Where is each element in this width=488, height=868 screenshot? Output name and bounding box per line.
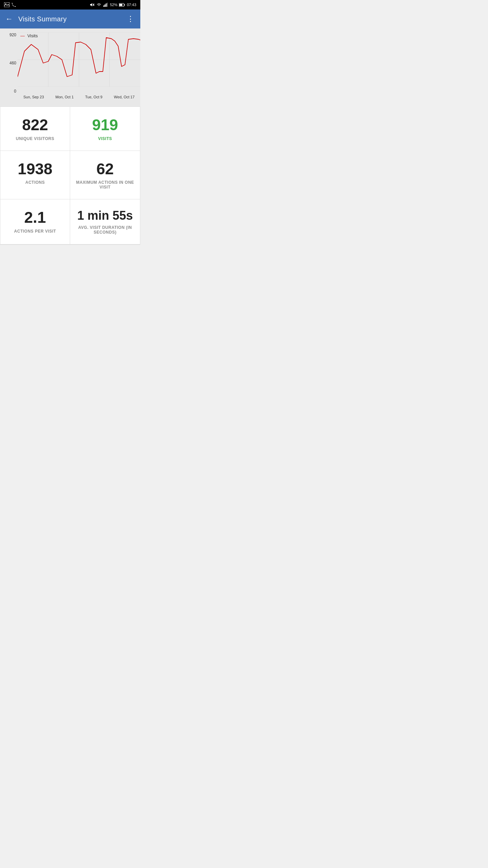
status-right-icons: 52% 07:43 <box>90 2 136 7</box>
max-actions-label: MAXIMUM ACTIONS IN ONE VISIT <box>76 180 135 190</box>
svg-rect-5 <box>105 4 106 7</box>
battery-icon <box>119 3 125 7</box>
stat-max-actions: 62 MAXIMUM ACTIONS IN ONE VISIT <box>70 151 140 200</box>
stat-unique-visitors: 822 UNIQUE VISITORS <box>0 107 70 151</box>
app-bar-title: Visits Summary <box>18 15 127 23</box>
chart-container: 920 460 0 — Visits Sun, Sep 2 <box>0 28 140 106</box>
app-bar: ← Visits Summary ⋮ <box>0 9 140 28</box>
svg-rect-7 <box>107 3 108 7</box>
line-chart-svg <box>18 33 140 87</box>
chart-x-labels: Sun, Sep 23 Mon, Oct 1 Tue, Oct 9 Wed, O… <box>0 94 140 102</box>
unique-visitors-value: 822 <box>6 116 64 134</box>
wifi-icon <box>96 3 102 7</box>
svg-rect-9 <box>119 4 122 6</box>
mute-icon <box>90 2 95 7</box>
more-button[interactable]: ⋮ <box>127 15 135 23</box>
stats-grid: 822 UNIQUE VISITORS 919 VISITS 1938 ACTI… <box>0 106 140 245</box>
x-label-oct1: Mon, Oct 1 <box>55 95 74 99</box>
max-actions-value: 62 <box>76 160 135 178</box>
status-left-icons <box>4 2 16 7</box>
x-label-oct17: Wed, Oct 17 <box>114 95 135 99</box>
avg-duration-label: AVG. VISIT DURATION (IN SECONDS) <box>76 225 135 235</box>
visits-label: VISITS <box>76 136 135 141</box>
stat-actions: 1938 ACTIONS <box>0 151 70 200</box>
svg-rect-4 <box>103 5 104 7</box>
y-label-920: 920 <box>1 33 16 37</box>
avg-duration-value: 1 min 55s <box>76 209 135 222</box>
stat-visits: 919 VISITS <box>70 107 140 151</box>
actions-per-visit-label: ACTIONS PER VISIT <box>6 229 64 234</box>
visits-value: 919 <box>76 116 135 134</box>
stat-avg-duration: 1 min 55s AVG. VISIT DURATION (IN SECOND… <box>70 199 140 244</box>
y-label-460: 460 <box>1 61 16 65</box>
stat-actions-per-visit: 2.1 ACTIONS PER VISIT <box>0 199 70 244</box>
actions-label: ACTIONS <box>6 180 64 185</box>
back-button[interactable]: ← <box>5 15 13 23</box>
x-label-sep23: Sun, Sep 23 <box>23 95 44 99</box>
x-label-oct9: Tue, Oct 9 <box>85 95 102 99</box>
image-icon <box>4 2 9 7</box>
actions-value: 1938 <box>6 160 64 178</box>
svg-rect-6 <box>106 3 107 7</box>
chart-inner: 920 460 0 — Visits <box>0 33 140 94</box>
battery-percent: 52% <box>110 3 117 7</box>
actions-per-visit-value: 2.1 <box>6 209 64 226</box>
signal-icon <box>103 3 108 7</box>
chart-y-labels: 920 460 0 <box>0 33 18 94</box>
chart-svg <box>18 33 140 87</box>
phone-icon <box>12 2 16 7</box>
svg-rect-10 <box>124 4 125 5</box>
y-label-0: 0 <box>1 89 16 94</box>
status-bar: 52% 07:43 <box>0 0 140 9</box>
clock: 07:43 <box>127 3 136 7</box>
unique-visitors-label: UNIQUE VISITORS <box>6 136 64 141</box>
